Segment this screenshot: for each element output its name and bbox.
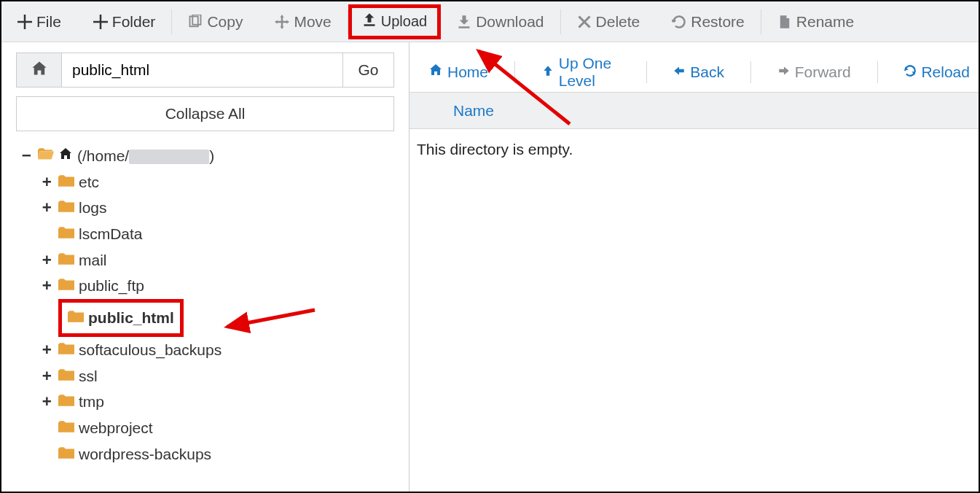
move-button[interactable]: Move: [259, 1, 347, 42]
file-navbar: Home Up One Level Back Forward: [409, 52, 979, 93]
nav-reload-button[interactable]: Reload: [895, 63, 979, 81]
expand-icon[interactable]: +: [42, 337, 54, 363]
sidebar: Go Collapse All − (/home/) +etc+logs lsc…: [1, 42, 409, 493]
folder-tree: − (/home/) +etc+logs lscmData+mail+publi…: [16, 143, 394, 467]
collapse-icon[interactable]: −: [22, 143, 34, 169]
copy-button[interactable]: Copy: [172, 1, 259, 42]
restore-label: Restore: [691, 13, 745, 31]
folder-icon: [58, 389, 74, 415]
arrow-left-icon: [673, 63, 686, 81]
tree-item-label: webproject: [79, 415, 153, 441]
folder-icon: [58, 169, 74, 195]
folder-icon: [58, 441, 74, 467]
tree-item[interactable]: +mail: [42, 247, 394, 273]
nav-back-label: Back: [690, 63, 724, 81]
restore-button[interactable]: Restore: [656, 1, 761, 42]
nav-forward-button[interactable]: Forward: [769, 63, 860, 81]
tree-item[interactable]: +ssl: [42, 363, 394, 389]
expand-icon[interactable]: +: [42, 247, 54, 273]
folder-icon: [58, 247, 74, 273]
tree-item[interactable]: +softaculous_backups: [42, 337, 394, 363]
nav-divider: [514, 61, 515, 83]
tree-item-label: public_html: [88, 305, 174, 331]
tree-item[interactable]: public_html: [42, 299, 394, 337]
tree-item-highlighted[interactable]: public_html: [58, 299, 184, 337]
home-icon: [58, 143, 73, 169]
copy-label: Copy: [207, 13, 243, 31]
plus-icon: [17, 15, 32, 29]
tree-item[interactable]: lscmData: [42, 221, 394, 247]
path-bar: Go: [16, 53, 394, 88]
tree-item[interactable]: webproject: [42, 415, 394, 441]
rename-label: Rename: [796, 13, 854, 31]
tree-item[interactable]: +logs: [42, 195, 394, 221]
tree-item-label: public_ftp: [79, 273, 144, 299]
download-button[interactable]: Download: [441, 1, 560, 42]
toggle-spacer: [42, 305, 54, 331]
expand-icon[interactable]: +: [42, 389, 54, 415]
redacted-username: [129, 150, 209, 164]
expand-icon[interactable]: +: [42, 195, 54, 221]
folder-icon: [58, 195, 74, 221]
go-label: Go: [358, 61, 378, 79]
download-icon: [457, 15, 471, 29]
tree-item[interactable]: wordpress-backups: [42, 441, 394, 467]
download-label: Download: [476, 13, 544, 31]
tree-item[interactable]: +etc: [42, 169, 394, 195]
tree-item-label: lscmData: [79, 221, 143, 247]
move-label: Move: [294, 13, 331, 31]
main-toolbar: File Folder Copy Move Upload Download De…: [1, 1, 979, 42]
expand-icon[interactable]: +: [42, 169, 54, 195]
tree-item[interactable]: +tmp: [42, 389, 394, 415]
new-folder-label: Folder: [112, 13, 156, 31]
home-icon: [31, 60, 48, 81]
tree-item-label: ssl: [79, 363, 98, 389]
nav-back-button[interactable]: Back: [664, 63, 733, 81]
nav-divider: [877, 61, 878, 83]
tree-item[interactable]: +public_ftp: [42, 273, 394, 299]
home-button[interactable]: [17, 53, 62, 87]
empty-directory-message: This directory is empty.: [409, 129, 979, 170]
move-icon: [275, 15, 289, 29]
column-headers: Name: [409, 93, 979, 129]
expand-icon[interactable]: +: [42, 363, 54, 389]
upload-icon: [362, 12, 377, 31]
nav-divider: [646, 61, 647, 83]
nav-forward-label: Forward: [795, 63, 851, 81]
delete-icon: [577, 15, 592, 29]
home-icon: [428, 63, 443, 81]
col-name-header[interactable]: Name: [453, 102, 494, 120]
go-button[interactable]: Go: [342, 53, 393, 87]
folder-icon: [68, 305, 84, 331]
copy-icon: [188, 15, 203, 29]
nav-home-button[interactable]: Home: [420, 63, 497, 81]
tree-root[interactable]: − (/home/): [22, 143, 394, 169]
nav-up-label: Up One Level: [559, 55, 620, 90]
new-folder-button[interactable]: Folder: [77, 1, 172, 42]
path-input[interactable]: [62, 53, 342, 87]
file-list-pane: Home Up One Level Back Forward: [409, 42, 979, 493]
expand-icon[interactable]: +: [42, 273, 54, 299]
restore-icon: [672, 15, 686, 29]
new-file-label: File: [36, 13, 61, 31]
folder-icon: [58, 337, 74, 363]
reload-icon: [903, 63, 917, 81]
nav-divider: [750, 61, 751, 83]
rename-button[interactable]: Rename: [761, 1, 870, 42]
nav-up-button[interactable]: Up One Level: [533, 55, 629, 90]
folder-icon: [58, 273, 74, 299]
arrow-right-icon: [777, 63, 791, 81]
upload-button[interactable]: Upload: [348, 4, 441, 39]
tree-item-label: mail: [79, 247, 107, 273]
tree-item-label: softaculous_backups: [79, 337, 222, 363]
upload-label: Upload: [381, 13, 427, 30]
folder-open-icon: [38, 143, 54, 169]
delete-button[interactable]: Delete: [561, 1, 656, 42]
collapse-all-button[interactable]: Collapse All: [16, 96, 394, 131]
root-label: (/home/): [77, 143, 214, 169]
plus-icon: [93, 15, 108, 29]
tree-item-label: wordpress-backups: [79, 441, 211, 467]
nav-home-label: Home: [447, 63, 488, 81]
new-file-button[interactable]: File: [1, 1, 77, 42]
collapse-all-label: Collapse All: [165, 105, 246, 123]
